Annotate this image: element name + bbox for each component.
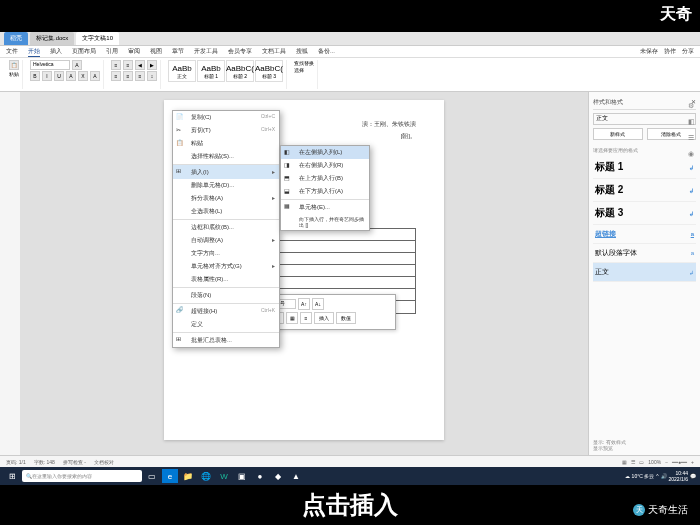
list-bullet[interactable]: ≡ (111, 60, 121, 70)
menu-dev[interactable]: 开发工具 (194, 47, 218, 56)
tab-doc2[interactable]: 文字文稿10 (76, 32, 119, 45)
ctx-cut[interactable]: ✂剪切(T)Ctrl+X (173, 124, 279, 137)
status-page[interactable]: 页码: 1/1 (6, 459, 26, 465)
menu-doctools[interactable]: 文档工具 (262, 47, 286, 56)
view-mode-icon[interactable]: ☰ (631, 459, 635, 465)
menu-view[interactable]: 视图 (150, 47, 162, 56)
bold-button[interactable]: B (30, 71, 40, 81)
mini-grow-font[interactable]: A↑ (298, 298, 310, 310)
ctx-bookmarks[interactable]: ⊞批量汇总表格... (173, 332, 279, 347)
tab-home[interactable]: 稻壳 (4, 32, 28, 45)
style-h2[interactable]: AaBbC(标题 2 (226, 60, 254, 82)
underline-button[interactable]: U (54, 71, 64, 81)
list-number[interactable]: ≡ (123, 60, 133, 70)
style-item-hyperlink[interactable]: 超链接a (593, 225, 696, 244)
start-button[interactable]: ⊞ (4, 469, 20, 483)
menu-review[interactable]: 审阅 (128, 47, 140, 56)
task-view-icon[interactable]: ▭ (144, 469, 160, 483)
line-spacing[interactable]: ↕ (147, 71, 157, 81)
style-normal[interactable]: AaBb正文 (168, 60, 196, 82)
ctx-text-dir[interactable]: 文字方向... (173, 247, 279, 260)
select-btn[interactable]: 选择 (294, 67, 314, 73)
taskbar-app[interactable]: ▣ (234, 469, 250, 483)
zoom-out-icon[interactable]: − (665, 459, 668, 465)
indent-inc[interactable]: ▶ (147, 60, 157, 70)
status-words[interactable]: 字数: 148 (34, 459, 55, 465)
side-icon[interactable]: ⚙ (688, 102, 698, 112)
notification-icon[interactable]: 💬 (690, 473, 696, 479)
ctx-copy[interactable]: 📄复制(C)Ctrl+C (173, 111, 279, 124)
side-icon[interactable]: ◧ (688, 118, 698, 128)
style-h3[interactable]: AaBbC(标题 3 (255, 60, 283, 82)
color-button[interactable]: A (90, 71, 100, 81)
taskbar-app[interactable]: ▲ (288, 469, 304, 483)
ctx-delete-cell[interactable]: 删除单元格(D)... (173, 179, 279, 192)
ctx-border[interactable]: 边框和底纹(B)... (173, 219, 279, 234)
zoom-level[interactable]: 100% (648, 459, 661, 465)
menu-shoukao[interactable]: 搜狐 (296, 47, 308, 56)
indent-dec[interactable]: ◀ (135, 60, 145, 70)
ctx-paste-selective[interactable]: 选择性粘贴(S)... (173, 150, 279, 163)
style-h1[interactable]: AaBb标题 1 (197, 60, 225, 82)
tray-icon[interactable]: ^ (656, 473, 658, 479)
ctx-cell-align[interactable]: 单元格对齐方式(G)▸ (173, 260, 279, 273)
tab-doc1[interactable]: 标记集.docx (30, 32, 74, 45)
ctx-table-props[interactable]: 表格属性(R)... (173, 273, 279, 286)
view-mode-icon[interactable]: ▦ (622, 459, 627, 465)
align-right[interactable]: ≡ (135, 71, 145, 81)
side-icon[interactable]: ◉ (688, 150, 698, 160)
status-spellcheck[interactable]: 拼写检查 - (63, 459, 86, 465)
sub-insert-right-col[interactable]: ◨在右侧插入列(R) (281, 159, 369, 172)
sub-insert-below-row[interactable]: ⬓在下方插入行(A) (281, 185, 369, 198)
menu-start[interactable]: 开始 (28, 47, 40, 57)
sup-button[interactable]: X (78, 71, 88, 81)
status-docfix[interactable]: 文档校对 (94, 459, 114, 465)
ctx-define[interactable]: 定义 (173, 318, 279, 331)
zoom-in-icon[interactable]: + (691, 459, 694, 465)
show-preview[interactable]: 显示预览 (593, 445, 696, 451)
style-item-default[interactable]: 默认段落字体a (593, 244, 696, 263)
ctx-autofit[interactable]: 自动调整(A)▸ (173, 234, 279, 247)
view-mode-icon[interactable]: ▭ (639, 459, 644, 465)
style-item-body[interactable]: 正文↲ (593, 263, 696, 282)
taskbar-search[interactable]: 🔍 在这里输入你要搜索的内容 (22, 470, 142, 482)
tray-icon[interactable]: 🔊 (661, 473, 667, 479)
mini-number[interactable]: 数值 (336, 312, 356, 324)
style-item-h2[interactable]: 标题 2↲ (593, 179, 696, 202)
find-replace[interactable]: 查找替换 (294, 60, 314, 66)
sub-insert-cell[interactable]: ▦单元格(E)... (281, 199, 369, 214)
italic-button[interactable]: I (42, 71, 52, 81)
clock-date[interactable]: 2022/1/6 (669, 476, 688, 482)
mini-align[interactable]: ≡ (300, 312, 312, 324)
weather-widget[interactable]: ☁ 10°C 多云 (625, 473, 654, 479)
mini-insert[interactable]: 插入 (314, 312, 334, 324)
btn-collab[interactable]: 协作 (664, 47, 676, 56)
btn-share[interactable]: 分享 (682, 47, 694, 56)
sub-insert-left-col[interactable]: ◧在左侧插入列(L) (281, 146, 369, 159)
style-item-h1[interactable]: 标题 1↲ (593, 156, 696, 179)
font-select[interactable]: Helvetica (30, 60, 70, 70)
menu-beifen[interactable]: 备份... (318, 47, 335, 56)
ctx-paragraph[interactable]: 段落(N) (173, 287, 279, 302)
ctx-hyperlink[interactable]: 🔗超链接(H)Ctrl+K (173, 303, 279, 318)
menu-file[interactable]: 文件 (6, 47, 18, 56)
menu-layout[interactable]: 页面布局 (72, 47, 96, 56)
menu-insert[interactable]: 插入 (50, 47, 62, 56)
new-style-button[interactable]: 新样式 (593, 128, 643, 140)
menu-ref[interactable]: 引用 (106, 47, 118, 56)
mini-shrink-font[interactable]: A↓ (312, 298, 324, 310)
ctx-paste[interactable]: 📋粘贴 (173, 137, 279, 150)
sub-insert-above-row[interactable]: ⬒在上方插入行(B) (281, 172, 369, 185)
style-item-h3[interactable]: 标题 3↲ (593, 202, 696, 225)
taskbar-app[interactable]: 🌐 (198, 469, 214, 483)
zoom-slider[interactable]: ━━●━━ (672, 459, 687, 465)
taskbar-app[interactable]: 📁 (180, 469, 196, 483)
menu-chapter[interactable]: 章节 (172, 47, 184, 56)
taskbar-app[interactable]: ◆ (270, 469, 286, 483)
sub-sync-insert[interactable]: 向下插入行，并在奇艺同步插出 [] (281, 214, 369, 230)
ctx-insert[interactable]: ⊞插入(I)▸ (173, 164, 279, 179)
side-icon[interactable]: ☰ (688, 134, 698, 144)
taskbar-app[interactable]: e (162, 469, 178, 483)
ctx-split[interactable]: 拆分表格(A)▸ (173, 192, 279, 205)
mini-highlight[interactable]: ▦ (286, 312, 298, 324)
